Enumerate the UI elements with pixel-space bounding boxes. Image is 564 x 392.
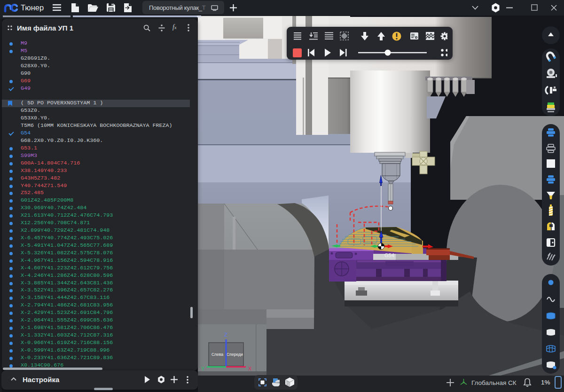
svg-text:G54: G54 [384, 252, 394, 258]
svg-text:Z: Z [224, 332, 227, 337]
svg-text:Слева: Слева [212, 352, 223, 357]
svg-text:X: X [248, 366, 252, 371]
svg-text:1%: 1% [541, 379, 550, 386]
svg-text:Спереди: Спереди [227, 352, 243, 357]
svg-text:Y: Y [201, 366, 205, 371]
